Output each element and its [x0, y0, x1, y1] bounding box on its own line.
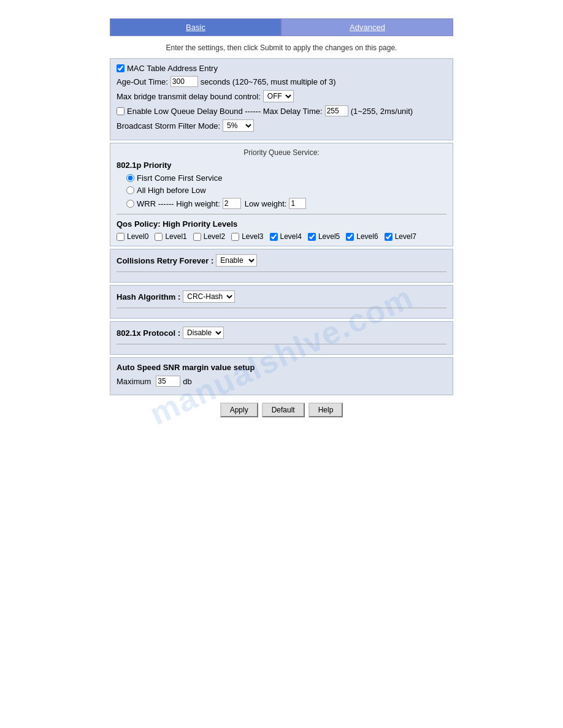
- hash-label: Hash Algorithm :: [117, 292, 180, 301]
- qos-level3-checkbox[interactable]: [231, 233, 239, 241]
- mac-checkbox-row: MAC Table Address Entry: [117, 64, 446, 73]
- auto-speed-max-input[interactable]: [156, 376, 180, 387]
- storm-label: Broadcast Storm Filter Mode:: [117, 121, 220, 131]
- protocol-row: 802.1x Protocol : Disable Enable: [117, 327, 446, 339]
- wrr-low-input[interactable]: [289, 198, 306, 209]
- radio-row-2: WRR ------ High weight: Low weight:: [126, 198, 446, 209]
- radio-row-0: Fisrt Come First Service: [126, 173, 446, 183]
- low-queue-checkbox[interactable]: [117, 107, 124, 115]
- protocol-label: 802.1x Protocol :: [117, 328, 180, 338]
- auto-speed-max-suffix: db: [183, 377, 191, 386]
- age-out-row: Age-Out Time: seconds (120~765, must mul…: [117, 76, 446, 87]
- qos-level1-label: Level1: [165, 232, 186, 241]
- tab-advanced[interactable]: Advanced: [282, 18, 453, 36]
- apply-button[interactable]: Apply: [220, 403, 258, 417]
- bridge-select[interactable]: OFF 1s 2s 4s: [263, 90, 294, 102]
- qos-level1: Level1: [155, 232, 186, 241]
- mac-table-label: MAC Table Address Entry: [127, 64, 218, 73]
- tab-basic[interactable]: Basic: [110, 18, 282, 36]
- qos-level6-checkbox[interactable]: [346, 233, 354, 241]
- storm-select[interactable]: 5% 10% 15% 20% 25% Off: [223, 119, 254, 132]
- hash-row: Hash Algorithm : CRC-Hash CRC16 CRC32: [117, 290, 446, 303]
- priority-section: Priority Queue Service: 802.1p Priority …: [110, 143, 453, 246]
- radio-first-come[interactable]: [126, 174, 134, 182]
- radio-first-come-label: Fisrt Come First Service: [137, 173, 222, 183]
- protocol-section: 802.1x Protocol : Disable Enable: [110, 321, 453, 355]
- qos-header: Qos Policy: High Priority Levels: [117, 219, 446, 229]
- low-queue-row: Enable Low Queue Delay Bound ------ Max …: [117, 105, 446, 116]
- qos-level6-label: Level6: [356, 232, 378, 241]
- help-button[interactable]: Help: [308, 403, 343, 417]
- qos-level2-checkbox[interactable]: [193, 233, 201, 241]
- priority-header: 802.1p Priority: [117, 161, 446, 170]
- qos-level5-checkbox[interactable]: [308, 233, 316, 241]
- auto-speed-header: Auto Speed SNR margin value setup: [117, 363, 446, 372]
- wrr-high-input[interactable]: [223, 198, 241, 209]
- qos-level1-checkbox[interactable]: [155, 233, 163, 241]
- age-out-label: Age-Out Time:: [117, 77, 168, 86]
- age-out-suffix: seconds (120~765, must multiple of 3): [201, 77, 336, 86]
- radio-row-1: All High before Low: [126, 186, 446, 195]
- low-queue-label: Enable Low Queue Delay Bound ------ Max …: [127, 107, 323, 116]
- qos-level0-label: Level0: [127, 232, 148, 241]
- qos-level0-checkbox[interactable]: [117, 233, 124, 241]
- radio-wrr-label: WRR ------ High weight:: [137, 199, 220, 208]
- age-out-input[interactable]: [170, 76, 198, 87]
- protocol-select[interactable]: Disable Enable: [183, 327, 224, 339]
- hash-select[interactable]: CRC-Hash CRC16 CRC32: [183, 290, 235, 303]
- qos-level7-label: Level7: [395, 232, 416, 241]
- wrr-low-label: Low weight:: [245, 199, 287, 208]
- qos-level4-label: Level4: [280, 232, 302, 241]
- collisions-section: Collisions Retry Forever : Enable Disabl…: [110, 249, 453, 282]
- qos-level5-label: Level5: [318, 232, 340, 241]
- priority-queue-label: Priority Queue Service:: [117, 148, 446, 157]
- collisions-row: Collisions Retry Forever : Enable Disabl…: [117, 254, 446, 267]
- qos-level2: Level2: [193, 232, 225, 241]
- radio-wrr[interactable]: [126, 200, 134, 208]
- button-row: Apply Default Help: [110, 403, 453, 417]
- qos-level4: Level4: [270, 232, 302, 241]
- radio-all-high-label: All High before Low: [137, 186, 206, 195]
- collisions-label: Collisions Retry Forever :: [117, 256, 213, 265]
- tab-bar: Basic Advanced: [110, 18, 453, 36]
- storm-row: Broadcast Storm Filter Mode: 5% 10% 15% …: [117, 119, 446, 132]
- low-queue-suffix: (1~255, 2ms/unit): [351, 107, 413, 116]
- qos-level2-label: Level2: [204, 232, 225, 241]
- qos-level7-checkbox[interactable]: [385, 233, 393, 241]
- mac-table-checkbox[interactable]: [117, 64, 124, 72]
- bridge-row: Max bridge transmit delay bound control:…: [117, 90, 446, 102]
- qos-level4-checkbox[interactable]: [270, 233, 278, 241]
- qos-levels-row: Level0 Level1 Level2 Level3: [117, 232, 446, 241]
- default-button[interactable]: Default: [262, 403, 305, 417]
- radio-all-high[interactable]: [126, 186, 134, 194]
- bridge-label: Max bridge transmit delay bound control:: [117, 92, 261, 101]
- auto-speed-max-label: Maximum: [117, 377, 151, 386]
- auto-speed-row: Maximum db: [117, 376, 446, 387]
- collisions-select[interactable]: Enable Disable: [216, 254, 257, 267]
- qos-level7: Level7: [385, 232, 416, 241]
- mac-section: MAC Table Address Entry Age-Out Time: se…: [110, 58, 453, 140]
- hash-section: Hash Algorithm : CRC-Hash CRC16 CRC32: [110, 285, 453, 319]
- qos-level5: Level5: [308, 232, 340, 241]
- qos-level3-label: Level3: [242, 232, 263, 241]
- qos-level6: Level6: [346, 232, 378, 241]
- auto-speed-section: Auto Speed SNR margin value setup Maximu…: [110, 357, 453, 395]
- qos-level0: Level0: [117, 232, 148, 241]
- instruction-text: Enter the settings, then click Submit to…: [110, 44, 453, 52]
- low-queue-input[interactable]: [325, 105, 348, 116]
- qos-level3: Level3: [231, 232, 263, 241]
